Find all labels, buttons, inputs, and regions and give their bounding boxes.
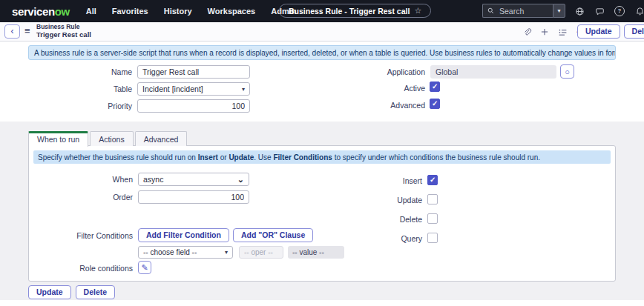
application-field: Global [430,65,556,79]
record-title: Trigger Rest call [36,31,91,39]
name-input[interactable] [137,65,250,79]
when-select-chevron-icon: ⌄ [237,176,244,182]
choose-field-select[interactable]: -- choose field -- ▾ [138,246,233,259]
pencil-icon: ✎ [141,263,148,273]
context-menu-icon[interactable]: ≡ [24,25,30,36]
value-field: -- value -- [288,246,344,259]
name-label: Name [28,67,132,76]
tab-advanced[interactable]: Advanced [135,131,188,146]
when-select[interactable]: async ⌄ [138,173,249,186]
table-select-caret-icon: ▾ [242,86,245,93]
globe-icon[interactable] [573,4,586,18]
advanced-checkbox[interactable] [430,99,440,109]
nav-workspaces[interactable]: Workspaces [208,7,256,16]
nav-favorites[interactable]: Favorites [112,7,148,16]
operator-field: -- oper -- [239,246,283,259]
priority-input[interactable] [137,99,250,113]
back-button[interactable]: ‹ [4,24,20,39]
advanced-label: Advanced [319,101,425,110]
search-icon [487,7,494,15]
update-button[interactable]: Update [577,24,620,39]
logo-text-green: ow [55,5,70,18]
when-label: When [29,175,133,184]
choose-field-caret-icon: ▾ [225,249,228,256]
context-pill-label: Business Rule - Trigger Rest call [289,7,410,16]
insert-checkbox[interactable] [427,175,438,185]
nav-history[interactable]: History [164,7,192,16]
search-scope-button[interactable]: ▾ [553,4,565,18]
back-chevron-icon: ‹ [11,26,14,36]
notifications-bell-icon[interactable] [633,4,644,18]
search-box[interactable] [482,4,553,18]
add-icon[interactable] [539,26,551,38]
global-search: ▾ [482,4,565,18]
when-select-value: async [143,175,163,184]
footer-buttons: Update Delete [28,285,115,299]
query-label: Query [318,234,422,243]
logo-text: servicen [12,5,55,18]
question-mark-glyph: ? [614,6,625,16]
active-label: Active [319,84,425,93]
paperclip-icon[interactable] [521,26,533,38]
record-title-block: Business Rule Trigger Rest call [36,24,91,39]
circle-icon: ○ [565,67,570,76]
chat-icon[interactable] [593,4,606,18]
footer-update-button[interactable]: Update [28,285,71,299]
table-select[interactable]: Incident [incident] ▾ [137,82,250,96]
delete-button[interactable]: Delete [624,24,644,39]
context-pill[interactable]: Business Rule - Trigger Rest call ☆ [279,4,431,18]
toolbar-icon-group: ⋯ [521,22,586,41]
top-nav: servicenow All Favorites History Workspa… [0,0,644,22]
favorite-star-icon[interactable]: ☆ [414,6,421,16]
update-label: Update [318,196,422,204]
servicenow-logo[interactable]: servicenow [12,5,70,18]
caret-down-icon: ▾ [557,7,560,14]
active-checkbox[interactable] [430,82,440,92]
order-input[interactable] [138,190,249,204]
info-banner-text: A business rule is a server-side script … [34,49,616,57]
nav-all[interactable]: All [86,7,96,16]
record-toolbar: ‹ ≡ Business Rule Trigger Rest call ⋯ Up… [0,22,644,41]
table-select-value: Incident [incident] [142,84,203,93]
activity-stream-icon[interactable] [556,26,568,38]
priority-label: Priority [28,102,132,110]
order-label: Order [29,193,133,202]
toolbar-buttons: Update Delete [577,24,644,39]
choose-field-value: -- choose field -- [143,248,197,256]
query-checkbox[interactable] [427,233,438,243]
insert-label: Insert [318,176,422,185]
add-filter-condition-button[interactable]: Add Filter Condition [138,228,229,242]
role-conditions-label: Role conditions [29,264,133,273]
info-banner: A business rule is a server-side script … [28,45,616,60]
top-menu: All Favorites History Workspaces Admin [86,7,297,16]
help-icon[interactable]: ? [613,4,626,18]
add-or-clause-button[interactable]: Add "OR" Clause [233,228,313,242]
application-value: Global [436,67,458,76]
table-label: Table [28,84,132,93]
edit-role-conditions-button[interactable]: ✎ [138,261,151,274]
update-checkbox[interactable] [427,194,438,204]
nav-icon-group: ? [573,0,644,22]
application-label: Application [319,67,425,76]
tab-actions[interactable]: Actions [90,131,133,146]
delete-checkbox[interactable] [427,213,438,224]
filter-conditions-label: Filter Conditions [29,231,133,240]
when-to-run-panel: Specify whether the business rule should… [28,145,616,282]
filter-condition-buttons: Add Filter Condition Add "OR" Clause [138,228,313,242]
form-tabs: When to run Actions Advanced [28,131,188,147]
tab-info-banner: Specify whether the business rule should… [33,150,611,164]
footer-delete-button[interactable]: Delete [76,285,116,299]
delete-label: Delete [318,215,422,224]
search-input[interactable] [498,6,548,16]
tab-when-to-run[interactable]: When to run [28,131,88,147]
application-picker-button[interactable]: ○ [560,64,574,79]
